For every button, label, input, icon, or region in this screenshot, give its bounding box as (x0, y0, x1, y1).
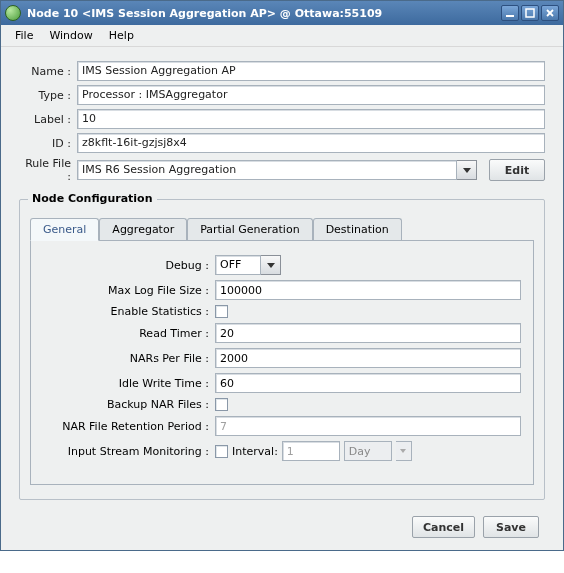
rulefile-label: Rule File : (19, 157, 77, 183)
maxlog-input[interactable] (215, 280, 521, 300)
menu-file[interactable]: File (7, 27, 41, 44)
idle-input[interactable] (215, 373, 521, 393)
rulefile-dropdown-button[interactable] (457, 160, 477, 180)
debug-dropdown-button[interactable] (261, 255, 281, 275)
chevron-down-icon (463, 168, 471, 173)
readtimer-input[interactable] (215, 323, 521, 343)
retention-input (215, 416, 521, 436)
label-label: Label : (19, 113, 77, 126)
tab-bar: General Aggregator Partial Generation De… (30, 218, 534, 241)
minimize-button[interactable] (501, 5, 519, 21)
monitor-interval-input (282, 441, 340, 461)
close-icon (545, 8, 555, 18)
id-field: z8kflt-16it-gzjsj8x4 (77, 133, 545, 153)
idle-label: Idle Write Time : (43, 377, 215, 390)
monitor-label: Input Stream Monitoring : (43, 445, 215, 458)
window-title: Node 10 <IMS Session Aggregation AP> @ O… (27, 7, 499, 20)
app-icon (5, 5, 21, 21)
retention-label: NAR File Retention Period : (43, 420, 215, 433)
node-configuration-section: Node Configuration General Aggregator Pa… (19, 199, 545, 500)
tab-general[interactable]: General (30, 218, 99, 241)
tab-partial-generation[interactable]: Partial Generation (187, 218, 312, 240)
cancel-button[interactable]: Cancel (412, 516, 475, 538)
maxlog-label: Max Log File Size : (43, 284, 215, 297)
content-area: Name : IMS Session Aggregation AP Type :… (1, 47, 563, 550)
monitor-checkbox[interactable] (215, 445, 228, 458)
stats-checkbox[interactable] (215, 305, 228, 318)
label-field: 10 (77, 109, 545, 129)
edit-button[interactable]: Edit (489, 159, 545, 181)
save-button[interactable]: Save (483, 516, 539, 538)
tab-destination[interactable]: Destination (313, 218, 402, 240)
menu-window[interactable]: Window (41, 27, 100, 44)
monitor-interval-label: Interval: (232, 445, 278, 458)
name-field: IMS Session Aggregation AP (77, 61, 545, 81)
nars-label: NARs Per File : (43, 352, 215, 365)
stats-label: Enable Statistics : (43, 305, 215, 318)
type-field: Processor : IMSAggregator (77, 85, 545, 105)
menubar: File Window Help (1, 25, 563, 47)
backup-label: Backup NAR Files : (43, 398, 215, 411)
maximize-button[interactable] (521, 5, 539, 21)
tab-aggregator[interactable]: Aggregator (99, 218, 187, 240)
menu-help[interactable]: Help (101, 27, 142, 44)
section-title: Node Configuration (28, 192, 157, 205)
tab-body-general: Debug : OFF Max Log File Size : Enable S… (30, 240, 534, 485)
monitor-unit-combo: Day (344, 441, 392, 461)
debug-label: Debug : (43, 259, 215, 272)
id-label: ID : (19, 137, 77, 150)
rulefile-combo[interactable]: IMS R6 Session Aggregation (77, 160, 457, 180)
dialog-buttons: Cancel Save (19, 516, 545, 538)
close-button[interactable] (541, 5, 559, 21)
node-properties-window: Node 10 <IMS Session Aggregation AP> @ O… (0, 0, 564, 551)
readtimer-label: Read Timer : (43, 327, 215, 340)
svg-rect-1 (526, 9, 534, 17)
nars-input[interactable] (215, 348, 521, 368)
name-label: Name : (19, 65, 77, 78)
backup-checkbox[interactable] (215, 398, 228, 411)
minimize-icon (505, 8, 515, 18)
titlebar[interactable]: Node 10 <IMS Session Aggregation AP> @ O… (1, 1, 563, 25)
chevron-down-icon (267, 263, 275, 268)
monitor-unit-dropdown-button (396, 441, 412, 461)
debug-combo[interactable]: OFF (215, 255, 261, 275)
chevron-down-icon (400, 449, 406, 453)
type-label: Type : (19, 89, 77, 102)
maximize-icon (525, 8, 535, 18)
